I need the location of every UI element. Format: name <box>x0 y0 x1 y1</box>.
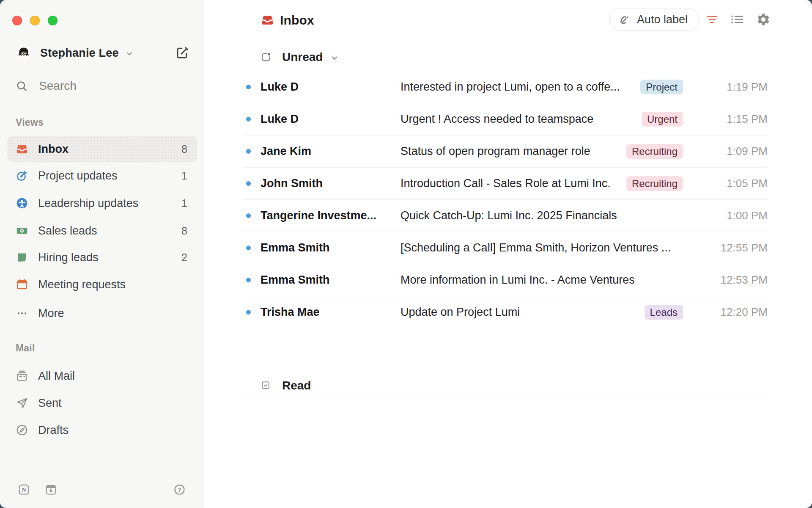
email-subject: More information in Lumi Inc. - Acme Ven… <box>401 273 683 287</box>
email-subject: Introduction Call - Sales Role at Lumi I… <box>401 177 620 190</box>
email-sender: Trisha Mae <box>261 306 390 319</box>
search-button[interactable]: Search <box>15 79 77 93</box>
calendar-app-icon[interactable]: 6 <box>45 483 57 496</box>
unread-count: 1 <box>181 170 187 182</box>
label-badge: Urgent <box>642 112 683 127</box>
email-row[interactable]: Luke D Interested in project Lumi, open … <box>244 71 768 103</box>
email-row[interactable]: John Smith Introduction Call - Sales Rol… <box>244 168 768 200</box>
all-mail-icon <box>16 370 28 382</box>
auto-label-button[interactable]: Auto label <box>609 8 699 31</box>
sidebar-item-inbox[interactable]: Inbox 8 <box>7 136 198 162</box>
unread-dot-icon <box>246 117 251 121</box>
email-row[interactable]: Emma Smith [Scheduling a Call] Emma Smit… <box>244 232 768 264</box>
avatar <box>15 44 32 61</box>
email-subject: [Scheduling a Call] Emma Smith, Horizon … <box>401 241 683 254</box>
sidebar-item-project-updates[interactable]: Project updates 1 <box>7 163 198 188</box>
email-time: 12:20 PM <box>683 306 768 319</box>
settings-gear-icon[interactable] <box>756 12 771 27</box>
svg-text:6: 6 <box>49 488 52 494</box>
label-badge: Recruiting <box>626 176 683 191</box>
email-subject: Interested in project Lumi, open to a co… <box>401 80 634 94</box>
svg-text:?: ? <box>178 486 181 493</box>
sidebar-item-more[interactable]: More <box>7 301 198 326</box>
sidebar-item-hiring-leads[interactable]: Hiring leads 2 <box>7 245 198 270</box>
zoom-window-button[interactable] <box>48 16 58 25</box>
email-row[interactable]: Tangerine Investme... Quick Catch-Up: Lu… <box>244 200 768 232</box>
help-icon[interactable]: ? <box>173 483 186 496</box>
unread-count: 2 <box>181 251 187 264</box>
label-badge: Recruiting <box>626 144 683 159</box>
unread-dot-icon <box>246 181 251 186</box>
unread-count: 1 <box>181 197 187 210</box>
email-sender: Tangerine Investme... <box>261 209 390 222</box>
account-switcher[interactable]: Stephanie Lee <box>15 44 134 61</box>
email-row[interactable]: Jane Kim Status of open program manager … <box>244 135 768 168</box>
filter-icon[interactable] <box>705 12 719 27</box>
send-icon <box>16 397 28 409</box>
inbox-tray-icon <box>16 143 28 155</box>
email-row[interactable]: Emma Smith More information in Lumi Inc.… <box>244 264 768 296</box>
unread-count: 8 <box>181 143 187 155</box>
email-sender: Emma Smith <box>261 241 390 254</box>
sidebar-item-label: Sales leads <box>38 224 181 237</box>
svg-text:N: N <box>22 486 26 493</box>
sidebar-item-leadership-updates[interactable]: Leadership updates 1 <box>7 190 198 216</box>
inbox-icon <box>261 14 274 27</box>
label-badge: Leads <box>645 305 683 320</box>
unread-square-icon <box>260 51 272 63</box>
sidebar: Stephanie Lee Search Views <box>0 0 203 508</box>
email-time: 1:15 PM <box>683 113 768 126</box>
auto-label-button-label: Auto label <box>637 13 688 26</box>
sidebar-item-meeting-requests[interactable]: Meeting requests <box>7 272 198 297</box>
email-list: Luke D Interested in project Lumi, open … <box>244 71 768 328</box>
email-sender: Jane Kim <box>261 145 390 158</box>
sidebar-item-label: Project updates <box>38 169 181 182</box>
ellipsis-icon <box>16 307 28 320</box>
note-icon <box>16 251 28 264</box>
unread-dot-icon <box>246 278 251 282</box>
unread-dot-icon <box>246 246 251 250</box>
list-view-icon[interactable] <box>730 12 744 27</box>
email-row[interactable]: Trisha Mae Update on Project Lumi Leads … <box>244 296 768 328</box>
email-time: 1:09 PM <box>683 145 768 158</box>
sidebar-item-label: Leadership updates <box>38 197 181 210</box>
person-circle-icon <box>16 197 28 210</box>
target-icon <box>16 169 28 182</box>
sidebar-item-label: Sent <box>38 397 187 410</box>
sidebar-item-label: Drafts <box>38 424 187 437</box>
unread-section-label: Unread <box>282 50 323 64</box>
main-pane: Inbox Auto label <box>203 0 812 508</box>
compose-button[interactable] <box>175 46 189 60</box>
mail-section-label: Mail <box>16 342 35 354</box>
search-icon <box>15 80 28 93</box>
sidebar-item-label: All Mail <box>38 370 187 383</box>
sidebar-item-all-mail[interactable]: All Mail <box>7 363 198 389</box>
app-window: Stephanie Lee Search Views <box>0 0 812 508</box>
drafts-icon <box>16 424 28 436</box>
sidebar-footer: N 6 ? <box>0 471 203 508</box>
read-section-label: Read <box>282 379 311 392</box>
page-title: Inbox <box>280 13 314 28</box>
banknote-icon <box>16 224 28 237</box>
sidebar-item-sent[interactable]: Sent <box>7 390 198 416</box>
sidebar-item-label: More <box>38 307 187 320</box>
views-section-label: Views <box>16 117 44 128</box>
sidebar-item-drafts[interactable]: Drafts <box>7 417 198 443</box>
notion-logo-icon[interactable]: N <box>18 483 30 496</box>
read-section-header[interactable]: Read <box>244 373 768 398</box>
window-controls <box>12 16 58 25</box>
sidebar-item-sales-leads[interactable]: Sales leads 8 <box>7 218 198 243</box>
unread-dot-icon <box>246 310 251 315</box>
search-label: Search <box>39 79 77 93</box>
unread-section-header[interactable]: Unread <box>244 45 768 69</box>
email-row[interactable]: Luke D Urgent ! Access needed to teamspa… <box>244 103 768 135</box>
email-sender: Luke D <box>261 113 390 126</box>
email-sender: John Smith <box>261 177 390 190</box>
chevron-down-icon <box>125 49 134 58</box>
close-window-button[interactable] <box>12 16 22 25</box>
unread-dot-icon <box>246 85 251 89</box>
unread-dot-icon <box>246 149 251 154</box>
sidebar-item-label: Inbox <box>38 143 181 156</box>
sidebar-item-label: Meeting requests <box>38 278 187 291</box>
minimize-window-button[interactable] <box>30 16 40 25</box>
